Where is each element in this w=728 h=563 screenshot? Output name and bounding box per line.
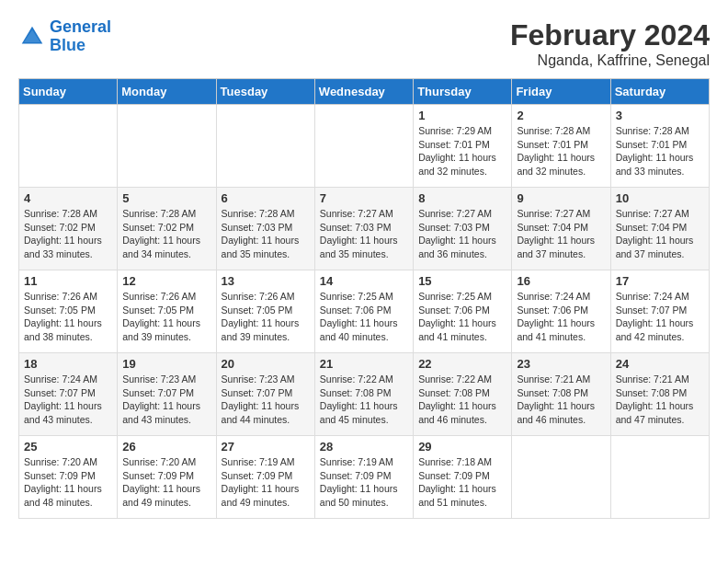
calendar-cell: 5Sunrise: 7:28 AM Sunset: 7:02 PM Daylig… — [118, 188, 216, 270]
calendar-week-4: 25Sunrise: 7:20 AM Sunset: 7:09 PM Dayli… — [19, 436, 710, 519]
calendar-cell: 1Sunrise: 7:29 AM Sunset: 7:01 PM Daylig… — [414, 105, 512, 188]
day-number: 17 — [616, 274, 704, 288]
calendar-cell: 26Sunrise: 7:20 AM Sunset: 7:09 PM Dayli… — [118, 436, 216, 519]
header-sunday: Sunday — [19, 79, 118, 105]
cell-content: Sunrise: 7:27 AM Sunset: 7:04 PM Dayligh… — [517, 207, 605, 261]
calendar-cell: 28Sunrise: 7:19 AM Sunset: 7:09 PM Dayli… — [314, 436, 413, 519]
logo-line2: Blue — [50, 36, 85, 54]
day-number: 24 — [616, 357, 704, 371]
cell-content: Sunrise: 7:21 AM Sunset: 7:08 PM Dayligh… — [616, 373, 704, 427]
calendar-cell: 2Sunrise: 7:28 AM Sunset: 7:01 PM Daylig… — [512, 105, 610, 188]
cell-content: Sunrise: 7:19 AM Sunset: 7:09 PM Dayligh… — [222, 455, 310, 510]
calendar-cell: 12Sunrise: 7:26 AM Sunset: 7:05 PM Dayli… — [118, 270, 216, 353]
day-number: 25 — [24, 440, 112, 454]
day-number: 9 — [517, 191, 605, 205]
day-number: 7 — [320, 191, 408, 205]
day-number: 28 — [320, 440, 408, 454]
calendar-week-2: 11Sunrise: 7:26 AM Sunset: 7:05 PM Dayli… — [19, 270, 710, 353]
day-number: 15 — [418, 274, 506, 288]
cell-content: Sunrise: 7:20 AM Sunset: 7:09 PM Dayligh… — [122, 455, 210, 510]
calendar-cell: 15Sunrise: 7:25 AM Sunset: 7:06 PM Dayli… — [414, 270, 512, 353]
day-number: 20 — [222, 357, 310, 371]
calendar-cell: 18Sunrise: 7:24 AM Sunset: 7:07 PM Dayli… — [19, 353, 118, 436]
day-number: 21 — [320, 357, 408, 371]
header-saturday: Saturday — [610, 79, 709, 105]
calendar-cell — [118, 105, 216, 188]
cell-content: Sunrise: 7:26 AM Sunset: 7:05 PM Dayligh… — [222, 290, 310, 344]
calendar-cell: 16Sunrise: 7:24 AM Sunset: 7:06 PM Dayli… — [512, 270, 610, 353]
header-wednesday: Wednesday — [314, 79, 413, 105]
cell-content: Sunrise: 7:21 AM Sunset: 7:08 PM Dayligh… — [517, 373, 605, 427]
calendar-cell: 21Sunrise: 7:22 AM Sunset: 7:08 PM Dayli… — [314, 353, 413, 436]
header-row: Sunday Monday Tuesday Wednesday Thursday… — [19, 79, 710, 105]
calendar-cell: 19Sunrise: 7:23 AM Sunset: 7:07 PM Dayli… — [118, 353, 216, 436]
calendar-cell: 10Sunrise: 7:27 AM Sunset: 7:04 PM Dayli… — [610, 188, 709, 270]
cell-content: Sunrise: 7:23 AM Sunset: 7:07 PM Dayligh… — [222, 373, 310, 427]
logo: General Blue — [18, 18, 111, 55]
day-number: 16 — [517, 274, 605, 288]
header-friday: Friday — [512, 79, 610, 105]
cell-content: Sunrise: 7:28 AM Sunset: 7:02 PM Dayligh… — [122, 207, 210, 261]
day-number: 19 — [122, 357, 210, 371]
cell-content: Sunrise: 7:26 AM Sunset: 7:05 PM Dayligh… — [24, 290, 112, 344]
calendar-cell: 14Sunrise: 7:25 AM Sunset: 7:06 PM Dayli… — [314, 270, 413, 353]
day-number: 5 — [122, 191, 210, 205]
calendar-week-0: 1Sunrise: 7:29 AM Sunset: 7:01 PM Daylig… — [19, 105, 710, 188]
calendar-cell — [512, 436, 610, 519]
cell-content: Sunrise: 7:28 AM Sunset: 7:01 PM Dayligh… — [517, 124, 605, 178]
header-thursday: Thursday — [414, 79, 512, 105]
cell-content: Sunrise: 7:28 AM Sunset: 7:01 PM Dayligh… — [616, 124, 704, 178]
day-number: 14 — [320, 274, 408, 288]
day-number: 22 — [418, 357, 506, 371]
calendar-cell — [610, 436, 709, 519]
day-number: 11 — [24, 274, 112, 288]
day-number: 27 — [222, 440, 310, 454]
cell-content: Sunrise: 7:22 AM Sunset: 7:08 PM Dayligh… — [320, 373, 408, 427]
calendar-cell: 8Sunrise: 7:27 AM Sunset: 7:03 PM Daylig… — [414, 188, 512, 270]
calendar-cell: 13Sunrise: 7:26 AM Sunset: 7:05 PM Dayli… — [216, 270, 314, 353]
cell-content: Sunrise: 7:22 AM Sunset: 7:08 PM Dayligh… — [418, 373, 506, 427]
cell-content: Sunrise: 7:18 AM Sunset: 7:09 PM Dayligh… — [418, 455, 506, 510]
title-block: February 2024 Nganda, Kaffrine, Senegal — [510, 18, 710, 69]
calendar-cell: 11Sunrise: 7:26 AM Sunset: 7:05 PM Dayli… — [19, 270, 118, 353]
page-header: General Blue February 2024 Nganda, Kaffr… — [18, 18, 710, 69]
cell-content: Sunrise: 7:27 AM Sunset: 7:03 PM Dayligh… — [320, 207, 408, 261]
calendar-cell: 23Sunrise: 7:21 AM Sunset: 7:08 PM Dayli… — [512, 353, 610, 436]
cell-content: Sunrise: 7:25 AM Sunset: 7:06 PM Dayligh… — [320, 290, 408, 344]
calendar-cell: 27Sunrise: 7:19 AM Sunset: 7:09 PM Dayli… — [216, 436, 314, 519]
calendar-week-1: 4Sunrise: 7:28 AM Sunset: 7:02 PM Daylig… — [19, 188, 710, 270]
header-monday: Monday — [118, 79, 216, 105]
cell-content: Sunrise: 7:24 AM Sunset: 7:06 PM Dayligh… — [517, 290, 605, 344]
cell-content: Sunrise: 7:28 AM Sunset: 7:02 PM Dayligh… — [24, 207, 112, 261]
day-number: 29 — [418, 440, 506, 454]
logo-line1: General — [50, 17, 111, 36]
calendar-cell: 24Sunrise: 7:21 AM Sunset: 7:08 PM Dayli… — [610, 353, 709, 436]
cell-content: Sunrise: 7:24 AM Sunset: 7:07 PM Dayligh… — [24, 373, 112, 427]
day-number: 23 — [517, 357, 605, 371]
cell-content: Sunrise: 7:28 AM Sunset: 7:03 PM Dayligh… — [222, 207, 310, 261]
calendar-cell: 3Sunrise: 7:28 AM Sunset: 7:01 PM Daylig… — [610, 105, 709, 188]
month-title: February 2024 — [510, 18, 710, 52]
cell-content: Sunrise: 7:27 AM Sunset: 7:04 PM Dayligh… — [616, 207, 704, 261]
day-number: 18 — [24, 357, 112, 371]
day-number: 12 — [122, 274, 210, 288]
location: Nganda, Kaffrine, Senegal — [510, 52, 710, 69]
cell-content: Sunrise: 7:24 AM Sunset: 7:07 PM Dayligh… — [616, 290, 704, 344]
calendar-cell — [216, 105, 314, 188]
cell-content: Sunrise: 7:25 AM Sunset: 7:06 PM Dayligh… — [418, 290, 506, 344]
cell-content: Sunrise: 7:20 AM Sunset: 7:09 PM Dayligh… — [24, 455, 112, 510]
day-number: 10 — [616, 191, 704, 205]
calendar-cell: 25Sunrise: 7:20 AM Sunset: 7:09 PM Dayli… — [19, 436, 118, 519]
day-number: 8 — [418, 191, 506, 205]
calendar-cell — [314, 105, 413, 188]
day-number: 1 — [418, 109, 506, 122]
day-number: 4 — [24, 191, 112, 205]
calendar-cell: 20Sunrise: 7:23 AM Sunset: 7:07 PM Dayli… — [216, 353, 314, 436]
calendar-cell: 6Sunrise: 7:28 AM Sunset: 7:03 PM Daylig… — [216, 188, 314, 270]
calendar-cell — [19, 105, 118, 188]
day-number: 26 — [122, 440, 210, 454]
cell-content: Sunrise: 7:27 AM Sunset: 7:03 PM Dayligh… — [418, 207, 506, 261]
day-number: 13 — [222, 274, 310, 288]
day-number: 6 — [222, 191, 310, 205]
calendar-cell: 7Sunrise: 7:27 AM Sunset: 7:03 PM Daylig… — [314, 188, 413, 270]
